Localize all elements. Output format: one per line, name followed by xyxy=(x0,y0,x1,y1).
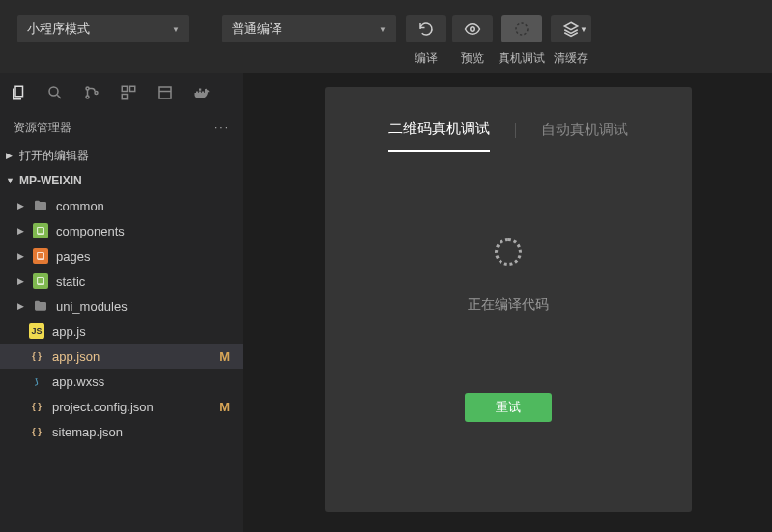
svg-rect-6 xyxy=(122,86,127,91)
extensions-icon[interactable] xyxy=(118,82,139,103)
eye-icon xyxy=(464,20,481,38)
item-name: sitemap.json xyxy=(48,425,243,439)
item-name: app.js xyxy=(48,324,243,339)
item-name: uni_modules xyxy=(52,299,243,314)
explorer-header: 资源管理器 ··· xyxy=(0,112,243,143)
svg-point-4 xyxy=(86,96,89,98)
chevron-down-icon: ▼ xyxy=(6,176,15,185)
clear-cache-button[interactable]: ▼ xyxy=(551,15,591,42)
project-section[interactable]: ▼ MP-WEIXIN xyxy=(0,168,243,193)
file-item[interactable]: { }sitemap.json xyxy=(0,419,243,444)
top-toolbar: 小程序模式 ▼ 普通编译 ▼ 编译 预览 真机调试 ▼ xyxy=(0,0,772,73)
folder-item[interactable]: ▶common xyxy=(0,193,243,218)
docker-icon[interactable] xyxy=(191,82,213,103)
content-area: 二维码真机调试 自动真机调试 正在编译代码 重试 xyxy=(243,73,772,532)
chevron-down-icon: ▼ xyxy=(379,25,386,34)
tab-qr-debug[interactable]: 二维码真机调试 xyxy=(388,120,490,152)
device-debug-button[interactable] xyxy=(501,15,542,42)
tab-divider xyxy=(515,123,516,138)
debug-tabs: 二维码真机调试 自动真机调试 xyxy=(388,120,628,152)
item-name: components xyxy=(52,224,243,238)
svg-point-3 xyxy=(86,87,89,90)
tab-auto-debug[interactable]: 自动真机调试 xyxy=(541,121,628,151)
svg-point-0 xyxy=(471,27,475,32)
chevron-right-icon: ▶ xyxy=(17,201,29,210)
compile-dropdown[interactable]: 普通编译 ▼ xyxy=(222,15,396,42)
sidebar: 资源管理器 ··· ▶ 打开的编辑器 ▼ MP-WEIXIN ▶common▶❑… xyxy=(0,73,243,532)
search-icon[interactable] xyxy=(44,82,66,103)
chevron-right-icon: ▶ xyxy=(17,251,29,261)
spinner-icon xyxy=(513,20,530,38)
explorer-title: 资源管理器 xyxy=(14,120,71,136)
item-name: project.config.json xyxy=(48,400,243,414)
svg-rect-8 xyxy=(122,95,127,99)
compile-button[interactable] xyxy=(406,15,446,42)
svg-point-2 xyxy=(49,87,58,96)
folder-item[interactable]: ▶uni_modules xyxy=(0,294,243,319)
file-item[interactable]: JSapp.js xyxy=(0,319,243,344)
svg-rect-9 xyxy=(159,87,171,98)
compile-status: 正在编译代码 xyxy=(468,296,549,314)
mode-dropdown-label: 小程序模式 xyxy=(27,20,90,38)
file-item[interactable]: { }project.config.jsonM xyxy=(0,394,243,419)
activity-bar xyxy=(0,73,243,112)
mode-dropdown[interactable]: 小程序模式 ▼ xyxy=(17,15,189,42)
svg-rect-7 xyxy=(130,86,135,91)
preview-button[interactable] xyxy=(452,15,493,42)
item-name: common xyxy=(52,199,243,213)
file-item[interactable]: ⟆app.wxss xyxy=(0,369,243,394)
item-name: static xyxy=(52,274,243,289)
chevron-right-icon: ▶ xyxy=(17,226,29,236)
chevron-down-icon: ▼ xyxy=(580,25,587,34)
compile-dropdown-label: 普通编译 xyxy=(232,20,282,38)
open-editors-label: 打开的编辑器 xyxy=(19,148,89,164)
layers-icon xyxy=(562,20,580,38)
item-name: pages xyxy=(52,249,243,264)
explorer-icon[interactable] xyxy=(8,82,29,103)
outline-icon[interactable] xyxy=(155,82,176,103)
folder-item[interactable]: ▶❑pages xyxy=(0,243,243,268)
chevron-right-icon: ▶ xyxy=(17,301,29,311)
debug-panel: 二维码真机调试 自动真机调试 正在编译代码 重试 xyxy=(325,87,692,512)
retry-button[interactable]: 重试 xyxy=(465,393,552,422)
compile-label: 编译 xyxy=(415,50,438,67)
chevron-right-icon: ▶ xyxy=(6,151,15,160)
file-item[interactable]: { }app.jsonM xyxy=(0,344,243,369)
main-area: 资源管理器 ··· ▶ 打开的编辑器 ▼ MP-WEIXIN ▶common▶❑… xyxy=(0,73,772,532)
loading-spinner-icon xyxy=(495,238,522,266)
scm-icon[interactable] xyxy=(81,82,102,103)
folder-item[interactable]: ▶❑components xyxy=(0,218,243,243)
file-tree: ▶common▶❑components▶❑pages▶❑static▶uni_m… xyxy=(0,193,243,532)
debug-label: 真机调试 xyxy=(499,50,545,67)
more-icon[interactable]: ··· xyxy=(214,121,230,134)
svg-point-5 xyxy=(95,92,98,95)
folder-item[interactable]: ▶❑static xyxy=(0,268,243,294)
item-name: app.wxss xyxy=(48,375,243,389)
preview-label: 预览 xyxy=(461,50,484,67)
modified-badge: M xyxy=(219,400,230,414)
chevron-down-icon: ▼ xyxy=(172,25,180,34)
toolbar-actions: 编译 预览 真机调试 ▼ 清缓存 xyxy=(406,15,591,67)
chevron-right-icon: ▶ xyxy=(17,276,29,286)
item-name: app.json xyxy=(48,350,243,364)
open-editors-section[interactable]: ▶ 打开的编辑器 xyxy=(0,143,243,168)
project-name: MP-WEIXIN xyxy=(19,174,82,187)
refresh-icon xyxy=(417,20,435,38)
modified-badge: M xyxy=(219,350,230,364)
clear-label: 清缓存 xyxy=(554,50,588,67)
svg-point-1 xyxy=(516,23,528,35)
